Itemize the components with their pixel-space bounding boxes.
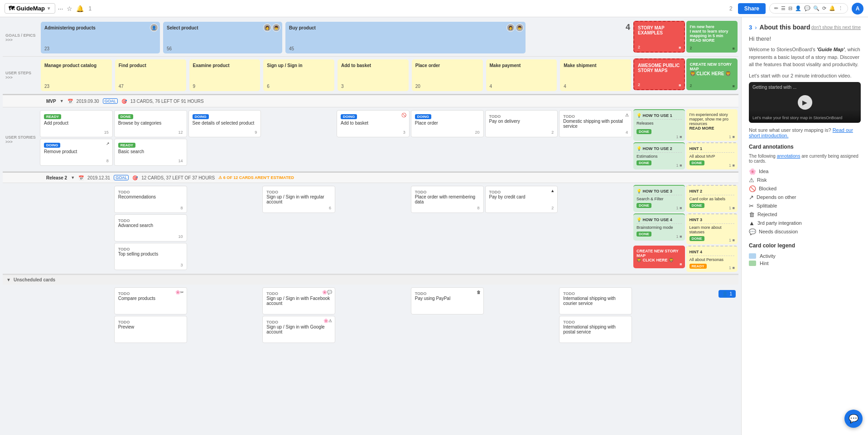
list-icon[interactable]: ☰ [781, 5, 786, 11]
story-basic-search[interactable]: READY Basic search 14 [114, 139, 187, 166]
dots-icon[interactable]: ⋮ [838, 5, 843, 11]
story-add-basket[interactable]: DOING 🚫 Add to basket 3 [337, 110, 410, 137]
hint-2-inner[interactable]: HINT 2 Card color as labels DONE 1 ■ [686, 185, 738, 212]
step-manage[interactable]: Manage product catalog 23 [41, 59, 112, 91]
special-card-new-here[interactable]: I'm new hereI want to learn story mappin… [686, 21, 738, 54]
bell-icon[interactable]: 🔔 [829, 5, 835, 11]
share-button[interactable]: Share [738, 3, 766, 14]
person-icon[interactable]: 👤 [795, 5, 801, 11]
step-basket[interactable]: Add to basket 3 [338, 59, 409, 91]
step-order[interactable]: Place order 20 [412, 59, 483, 91]
step-find[interactable]: Find product 47 [115, 59, 186, 91]
epic-card-buy[interactable]: 👩 👦 Buy product 45 [285, 22, 526, 53]
hint-4-card[interactable]: HINT 4 All about Personas READY 1 ■ [686, 246, 738, 272]
video-thumbnail[interactable]: Getting started with ... ▶ Let's make yo… [749, 82, 861, 123]
story-compare[interactable]: 🌸✂ TODO Compare products [114, 287, 187, 314]
hint-4-inner[interactable]: HINT 4 All about Personas READY 1 ■ [686, 246, 738, 272]
how-to-use-2-card[interactable]: 💡 HOW TO USE 2 Estimations DONE 1 ■ [633, 142, 685, 169]
epic-card-select[interactable]: 👩 👦 Select product 56 [163, 22, 282, 53]
color-legend-title: Card color legend [749, 242, 861, 249]
create-new-r2-card[interactable]: CREATE NEW STORY MAP 🦁 CLICK HERE 🦁 ■ [633, 246, 685, 272]
story-domestic-ship[interactable]: TODO ⚠ Domestic shipping with postal ser… [559, 110, 632, 137]
create-new-map-card[interactable]: CREATE NEW STORY MAP 🦁 CLICK HERE 🦁 2 ■ [686, 58, 738, 92]
story-pay-credit[interactable]: TODO ▲ Pay by credit card 2 [485, 186, 558, 213]
how-to-1-inner[interactable]: 💡 HOW TO USE 1 Releases DONE 1 ■ [633, 109, 685, 141]
story-map-sq: ■ [679, 45, 681, 50]
step-payment[interactable]: Make payment 4 [486, 59, 557, 91]
slider-icon[interactable]: ⊟ [788, 5, 792, 11]
story-pay-delivery[interactable]: TODO Pay on delivery 2 [485, 110, 558, 137]
story-add-product[interactable]: READY Add product 15 [40, 110, 113, 137]
story-intl-postal[interactable]: TODO International shipping with postal … [559, 316, 632, 343]
story-intl-courier[interactable]: TODO International shipping with courier… [559, 287, 632, 314]
chat-fab-button[interactable]: 💬 [844, 410, 863, 428]
app-title-btn[interactable]: 🗺 GuideMap ▼ [5, 3, 55, 14]
annotations-link[interactable]: annotations [777, 154, 800, 159]
discuss-icon: 💬 [749, 228, 756, 235]
story-place-order-remembering[interactable]: TODO Place order with remembering data 8 [411, 186, 484, 213]
hint-3-inner[interactable]: HINT 3 Learn more about statuses DONE 1 … [686, 213, 738, 244]
pencil-icon[interactable]: ✏ [774, 5, 778, 11]
story-signup-google[interactable]: 🌸⚠ TODO Sign up / Sign in with Google ac… [262, 316, 335, 343]
mvp-label[interactable]: MVP [46, 99, 56, 104]
r2-chevron[interactable]: ▼ [71, 175, 75, 180]
chat-icon[interactable]: 💬 [804, 5, 810, 11]
person-count-badge[interactable]: 👤 1 [719, 290, 736, 298]
awesome-card-inner[interactable]: AWESOME PUBLIC STORY MAPS 2 ■ [633, 58, 685, 90]
volume-icon[interactable]: 🔔 [76, 5, 84, 12]
hint-1-inner[interactable]: HINT 1 All about MVP DONE 1 ■ [686, 142, 738, 169]
new-here-card[interactable]: I'm new hereI want to learn story mappin… [686, 21, 738, 53]
video-play-btn[interactable]: ▶ [798, 95, 812, 110]
create-map-inner[interactable]: CREATE NEW STORY MAP 🦁 CLICK HERE 🦁 2 ■ [686, 58, 738, 90]
how-to-use-4-card[interactable]: 💡 HOW TO USE 4 Brainstorming mode DONE 1… [633, 213, 685, 244]
story-status-1: READY [44, 114, 61, 119]
step-examine[interactable]: Examine product 9 [189, 59, 260, 91]
story-signup-fb[interactable]: 🌸💬 TODO Sign up / Sign in with Facebook … [262, 287, 335, 314]
step-shipment[interactable]: Make shipment 4 [560, 59, 631, 91]
mvp-chevron[interactable]: ▼ [60, 99, 64, 103]
search-icon[interactable]: 🔍 [813, 5, 820, 11]
story-paypal[interactable]: 🗑 TODO Pay using PayPal [411, 287, 484, 314]
us-status-1: TODO [118, 291, 130, 296]
awesome-maps-card[interactable]: AWESOME PUBLIC STORY MAPS 2 ■ [633, 58, 685, 92]
step-signup[interactable]: Sign up / Sign in 6 [263, 59, 334, 91]
story-recommendations[interactable]: TODO Recommendations 8 [114, 186, 187, 213]
star-icon[interactable]: ☆ [67, 5, 72, 12]
us-col-4: 🌸💬 TODO Sign up / Sign in with Facebook … [262, 286, 335, 344]
epic-card-administering[interactable]: 👤 Administering products 23 [41, 22, 160, 53]
experienced-mapper-card[interactable]: I'm experienced story mapper, show me pr… [686, 109, 738, 141]
story-see-details[interactable]: DOING See details of selected product 9 [188, 110, 261, 137]
story-advanced-search[interactable]: TODO Advanced search 10 [114, 214, 187, 242]
unscheduled-bar[interactable]: ▼ Unscheduled cards [3, 274, 738, 285]
story-map-examples-card[interactable]: STORY MAP EXAMPLES 2 ■ [633, 21, 685, 53]
how-to-use-3-card[interactable]: 💡 HOW TO USE 3 Search & Filter DONE 1 ■ [633, 185, 685, 212]
story-browse[interactable]: DONE Browse by categories 12 [114, 110, 187, 137]
how-to-3-inner[interactable]: 💡 HOW TO USE 3 Search & Filter DONE 1 ■ [633, 185, 685, 212]
hint-4-title: HINT 4 [690, 250, 703, 254]
r2-date: 2019.12.31 [87, 175, 110, 180]
hint-2-card[interactable]: HINT 2 Card color as labels DONE 1 ■ [686, 185, 738, 212]
story-place-order[interactable]: DOING Place order 20 [411, 110, 484, 137]
user-avatar[interactable]: A [852, 3, 863, 14]
how-to-use-1-card[interactable]: 💡 HOW TO USE 1 Releases DONE 1 ■ [633, 109, 685, 141]
how-to-4-inner[interactable]: 💡 HOW TO USE 4 Brainstorming mode DONE 1… [633, 213, 685, 241]
release2-label[interactable]: Release 2 [46, 175, 67, 180]
history-icon[interactable]: ⟳ [822, 5, 826, 11]
create-new-r2-inner[interactable]: CREATE NEW STORY MAP 🦁 CLICK HERE 🦁 ■ [633, 246, 685, 268]
story-preview[interactable]: TODO Preview [114, 316, 187, 343]
link-prefix: Not sure what user story mapping is? [749, 127, 833, 133]
more-options-icon[interactable]: ··· [58, 5, 63, 12]
board-area[interactable]: GOALS / EPICS >>> 👤 Administering produc… [0, 17, 741, 435]
story-top-selling[interactable]: TODO Top selling products 3 [114, 243, 187, 270]
hint-1-card[interactable]: HINT 1 All about MVP DONE 1 ■ [686, 142, 738, 169]
hint-3-card[interactable]: HINT 3 Learn more about statuses DONE 1 … [686, 213, 738, 244]
story-text-1b: Remove product [44, 149, 77, 154]
special-card-story-map[interactable]: STORY MAP EXAMPLES 2 ■ [633, 21, 685, 54]
r2-text-4: Sign up / Sign in with regular account [266, 194, 324, 204]
story-signup-regular[interactable]: TODO Sign up / Sign in with regular acco… [262, 186, 335, 213]
panel-dismiss-btn[interactable]: don't show this next time [811, 25, 861, 30]
how-to-2-inner[interactable]: 💡 HOW TO USE 2 Estimations DONE 1 ■ [633, 142, 685, 169]
story-remove-product[interactable]: DOING ↗ Remove product 8 [40, 139, 113, 166]
story-status-8: TODO [563, 114, 575, 119]
exp-mapper-inner[interactable]: I'm experienced story mapper, show me pr… [686, 109, 738, 141]
